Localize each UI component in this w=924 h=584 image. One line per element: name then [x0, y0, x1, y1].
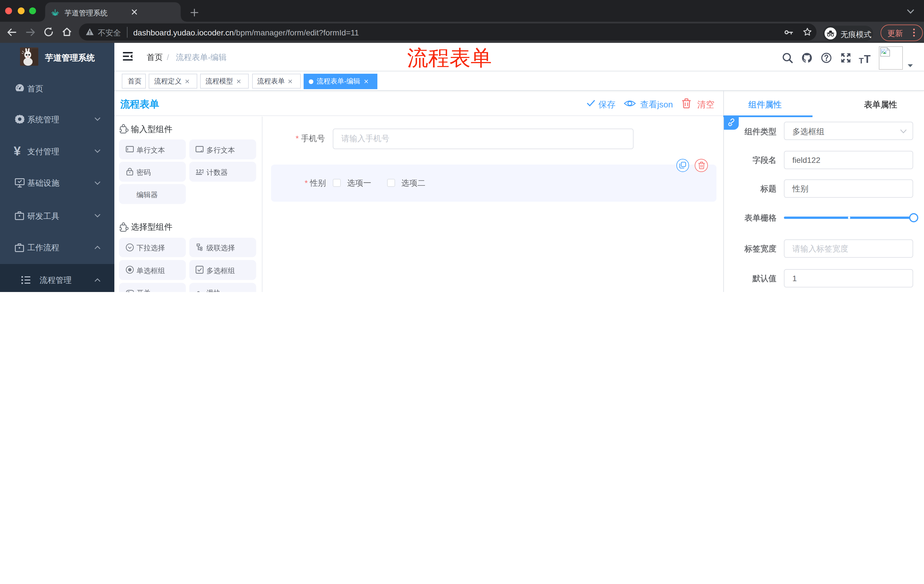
- svg-text:123: 123: [196, 169, 203, 174]
